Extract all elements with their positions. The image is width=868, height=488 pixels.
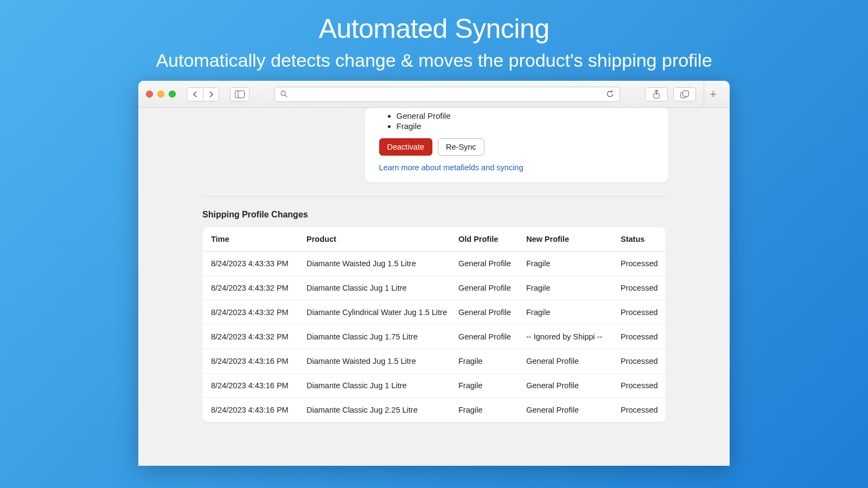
table-header-row: Time Product Old Profile New Profile Sta… xyxy=(202,227,666,252)
table-row: 8/24/2023 4:43:16 PMDiamante Classic Jug… xyxy=(202,374,666,398)
resync-button[interactable]: Re-Sync xyxy=(438,138,484,156)
profile-list: General Profile Fragile xyxy=(397,111,654,131)
learn-more-link[interactable]: Learn more about metafields and syncing xyxy=(379,163,524,172)
section-title: Shipping Profile Changes xyxy=(202,210,666,220)
list-item: Fragile xyxy=(397,121,654,131)
cell-old: Fragile xyxy=(458,357,526,365)
cell-new: -- Ignored by Shippi -- xyxy=(526,332,621,341)
col-old-profile: Old Profile xyxy=(458,235,526,243)
titlebar: + xyxy=(138,81,730,108)
cell-status: Processed xyxy=(621,357,675,365)
cell-status: Processed xyxy=(621,406,675,414)
cell-old: Fragile xyxy=(458,406,526,414)
cell-status: Processed xyxy=(621,381,675,390)
deactivate-button[interactable]: Deactivate xyxy=(379,138,433,156)
table-row: 8/24/2023 4:43:32 PMDiamante Cylindrical… xyxy=(202,300,666,325)
cell-time: 8/24/2023 4:43:16 PM xyxy=(211,406,307,414)
table-row: 8/24/2023 4:43:16 PMDiamante Classic Jug… xyxy=(202,398,666,422)
cell-product: Diamante Waisted Jug 1.5 Litre xyxy=(307,259,458,268)
page-viewport: General Profile Fragile Deactivate Re-Sy… xyxy=(138,108,730,466)
sidebar-toggle-button[interactable] xyxy=(230,87,250,101)
maximize-window-button[interactable] xyxy=(169,91,176,98)
cell-product: Diamante Classic Jug 1 Litre xyxy=(307,284,458,292)
cell-new: General Profile xyxy=(526,381,621,390)
cell-new: Fragile xyxy=(526,284,621,292)
col-new-profile: New Profile xyxy=(526,235,621,243)
cell-product: Diamante Waisted Jug 1.5 Litre xyxy=(307,357,458,365)
cell-new: Fragile xyxy=(526,308,621,317)
cell-old: General Profile xyxy=(458,284,526,292)
svg-point-2 xyxy=(281,91,285,95)
forward-button[interactable] xyxy=(203,87,219,101)
cell-old: General Profile xyxy=(458,332,526,341)
cell-old: General Profile xyxy=(458,308,526,317)
svg-rect-0 xyxy=(235,91,245,98)
changes-table: Time Product Old Profile New Profile Sta… xyxy=(202,227,666,422)
col-product: Product xyxy=(307,235,458,243)
list-item: General Profile xyxy=(397,111,654,120)
cell-time: 8/24/2023 4:43:33 PM xyxy=(211,259,307,268)
cell-time: 8/24/2023 4:43:16 PM xyxy=(211,381,307,390)
sync-config-card: General Profile Fragile Deactivate Re-Sy… xyxy=(365,108,668,182)
address-bar[interactable] xyxy=(275,87,620,102)
new-tab-button[interactable]: + xyxy=(704,81,722,108)
cell-status: Processed xyxy=(621,308,675,317)
cell-product: Diamante Classic Jug 1 Litre xyxy=(307,381,458,390)
svg-line-3 xyxy=(285,95,287,97)
minimize-window-button[interactable] xyxy=(157,91,164,98)
table-row: 8/24/2023 4:43:32 PMDiamante Classic Jug… xyxy=(202,276,666,300)
cell-status: Processed xyxy=(621,284,675,292)
back-button[interactable] xyxy=(187,87,203,101)
cell-new: General Profile xyxy=(526,357,621,365)
cell-status: Processed xyxy=(621,332,675,341)
cell-product: Diamante Classic Jug 2.25 Litre xyxy=(307,406,458,414)
hero-title: Automated Syncing xyxy=(0,13,868,44)
col-status: Status xyxy=(621,235,675,243)
col-time: Time xyxy=(211,235,307,243)
cell-time: 8/24/2023 4:43:32 PM xyxy=(211,308,307,317)
share-button[interactable] xyxy=(645,87,668,101)
cell-new: General Profile xyxy=(526,406,621,414)
search-icon xyxy=(280,91,288,98)
browser-window: + General Profile Fragile Deactivate Re-… xyxy=(138,81,730,466)
cell-time: 8/24/2023 4:43:16 PM xyxy=(211,357,307,365)
cell-time: 8/24/2023 4:43:32 PM xyxy=(211,284,307,292)
close-window-button[interactable] xyxy=(146,91,153,98)
svg-rect-7 xyxy=(683,91,689,96)
divider xyxy=(202,196,666,197)
cell-old: General Profile xyxy=(458,259,526,268)
cell-product: Diamante Cylindrical Water Jug 1.5 Litre xyxy=(307,308,458,317)
cell-new: Fragile xyxy=(526,259,621,268)
cell-status: Processed xyxy=(621,259,675,268)
cell-time: 8/24/2023 4:43:32 PM xyxy=(211,332,307,341)
hero-subtitle: Automatically detects change & moves the… xyxy=(0,50,868,71)
cell-product: Diamante Classic Jug 1.75 Litre xyxy=(307,332,458,341)
table-row: 8/24/2023 4:43:16 PMDiamante Waisted Jug… xyxy=(202,349,666,374)
tabs-button[interactable] xyxy=(673,87,696,101)
table-row: 8/24/2023 4:43:32 PMDiamante Classic Jug… xyxy=(202,325,666,349)
reload-icon[interactable] xyxy=(606,90,614,98)
cell-old: Fragile xyxy=(458,381,526,390)
table-row: 8/24/2023 4:43:33 PMDiamante Waisted Jug… xyxy=(202,252,666,276)
